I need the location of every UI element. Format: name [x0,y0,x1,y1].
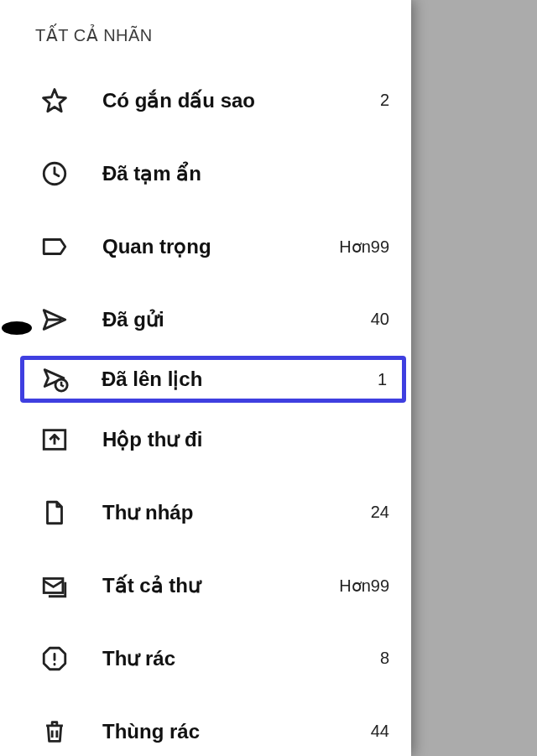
drawer-item-count: 24 [342,503,389,522]
drawer-item-label: Thùng rác [69,720,342,743]
drawer-item-star[interactable]: Có gắn dấu sao2 [0,64,411,137]
drawer-item-label: Quan trọng [69,235,339,258]
drawer-item-send[interactable]: Đã gửi40 [0,283,411,356]
drawer-item-scheduled[interactable]: Đã lên lịch1 [20,356,406,403]
outbox-icon [40,425,69,454]
drawer-item-count: 8 [342,649,389,668]
drawer-item-outbox[interactable]: Hộp thư đi [0,403,411,476]
drawer-item-trash[interactable]: Thùng rác44 [0,695,411,756]
tag-icon [40,232,69,261]
trash-icon [40,717,69,746]
annotation-scribble [2,321,32,335]
star-icon [40,86,69,115]
scheduled-icon [41,365,70,394]
drawer-item-draft[interactable]: Thư nháp24 [0,476,411,549]
spam-icon [40,644,69,673]
section-title: TẤT CẢ NHÃN [0,17,411,64]
drawer-item-label: Đã tạm ẩn [69,162,342,185]
drawer-item-tag[interactable]: Quan trọngHơn99 [0,210,411,283]
navigation-drawer: TẤT CẢ NHÃN Có gắn dấu sao2Đã tạm ẩnQuan… [0,0,411,756]
drawer-item-clock[interactable]: Đã tạm ẩn [0,137,411,210]
send-icon [40,305,69,334]
allmail-icon [40,571,69,600]
drawer-item-label: Tất cả thư [69,574,339,597]
drawer-item-allmail[interactable]: Tất cả thưHơn99 [0,549,411,622]
drawer-item-count: 44 [342,722,389,741]
drawer-scrim[interactable] [411,0,537,756]
drawer-item-label: Thư rác [69,647,342,670]
drawer-item-label: Có gắn dấu sao [69,89,342,112]
drawer-item-count: 2 [342,91,389,110]
drawer-item-label: Thư nháp [69,501,342,524]
label-list: Có gắn dấu sao2Đã tạm ẩnQuan trọngHơn99Đ… [0,64,411,756]
drawer-item-spam[interactable]: Thư rác8 [0,622,411,695]
drawer-item-label: Đã lên lịch [70,368,340,391]
draft-icon [40,498,69,527]
clock-icon [40,159,69,188]
drawer-item-count: 1 [340,370,387,389]
drawer-item-count: 40 [342,310,389,329]
drawer-item-count: Hơn99 [339,576,389,596]
drawer-item-count: Hơn99 [339,237,389,257]
drawer-item-label: Hộp thư đi [69,428,342,451]
drawer-item-label: Đã gửi [69,308,342,331]
